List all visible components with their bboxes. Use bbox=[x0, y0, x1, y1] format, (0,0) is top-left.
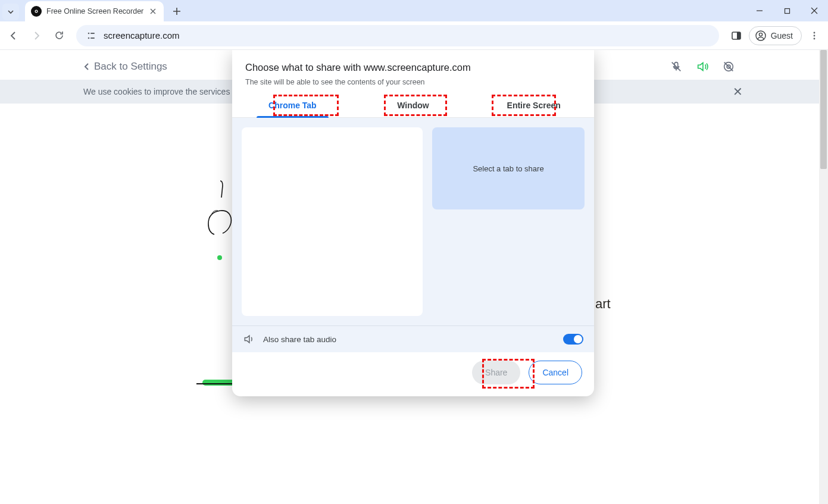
browser-tab[interactable]: Free Online Screen Recorder bbox=[25, 1, 164, 21]
cookie-close-button[interactable]: ✕ bbox=[730, 84, 745, 99]
share-button-label: Share bbox=[485, 368, 507, 377]
share-button[interactable]: Share bbox=[472, 361, 520, 384]
svg-point-2 bbox=[36, 11, 38, 12]
share-audio-label: Also share tab audio bbox=[263, 335, 336, 344]
sound-on-icon[interactable] bbox=[695, 60, 710, 74]
dialog-actions: Share Cancel bbox=[232, 352, 594, 387]
svg-rect-6 bbox=[90, 33, 95, 34]
svg-point-14 bbox=[814, 37, 815, 39]
nav-reload-button[interactable] bbox=[49, 26, 69, 46]
preview-placeholder: Select a tab to share bbox=[432, 127, 585, 209]
nav-back-button[interactable] bbox=[4, 26, 24, 46]
browser-toolbar: screencapture.com Guest bbox=[0, 21, 828, 50]
preview-hint-text: Select a tab to share bbox=[473, 164, 543, 173]
cancel-button[interactable]: Cancel bbox=[529, 361, 582, 384]
window-maximize-button[interactable] bbox=[773, 0, 801, 21]
svg-point-13 bbox=[814, 35, 815, 36]
dialog-subtitle: The site will be able to see the content… bbox=[232, 78, 594, 95]
svg-point-4 bbox=[88, 32, 90, 34]
back-link-label: Back to Settings bbox=[94, 61, 167, 73]
address-bar[interactable]: screencapture.com bbox=[76, 25, 719, 46]
tab-title: Free Online Screen Recorder bbox=[46, 7, 143, 15]
back-to-settings-link[interactable]: Back to Settings bbox=[83, 61, 167, 73]
svg-rect-7 bbox=[90, 37, 95, 39]
volume-icon bbox=[243, 333, 255, 345]
profile-guest-button[interactable]: Guest bbox=[749, 26, 802, 45]
share-source-tabs: Chrome Tab Window Entire Screen bbox=[232, 95, 594, 118]
share-audio-toggle[interactable] bbox=[563, 334, 583, 345]
window-controls bbox=[746, 0, 828, 21]
browser-menu-button[interactable] bbox=[804, 26, 824, 46]
window-close-button[interactable] bbox=[801, 0, 828, 21]
svg-point-12 bbox=[814, 32, 815, 33]
browser-titlebar: Free Online Screen Recorder bbox=[0, 0, 828, 21]
tab-favicon bbox=[31, 6, 42, 17]
scrollbar-thumb[interactable] bbox=[820, 50, 827, 169]
tab-window-label: Window bbox=[397, 101, 429, 110]
guest-label: Guest bbox=[771, 31, 793, 40]
svg-point-5 bbox=[88, 37, 90, 39]
tab-entire-screen[interactable]: Entire Screen bbox=[473, 95, 594, 117]
url-text[interactable]: screencapture.com bbox=[104, 30, 711, 40]
svg-rect-9 bbox=[737, 32, 740, 39]
new-tab-button[interactable] bbox=[168, 3, 185, 20]
page-viewport: Back to Settings We use cookies to impro… bbox=[0, 50, 828, 504]
svg-point-11 bbox=[759, 33, 762, 36]
share-tab-audio-row: Also share tab audio bbox=[232, 326, 594, 352]
tab-search-button[interactable] bbox=[2, 4, 19, 20]
user-icon bbox=[755, 30, 766, 41]
screen-share-dialog: Choose what to share with www.screencapt… bbox=[232, 50, 594, 396]
chevron-left-icon bbox=[83, 62, 90, 71]
tab-chrome-tab[interactable]: Chrome Tab bbox=[232, 95, 353, 117]
cancel-button-label: Cancel bbox=[542, 368, 568, 377]
preview-panel: Select a tab to share bbox=[432, 127, 585, 316]
site-info-icon[interactable] bbox=[85, 29, 98, 42]
nav-forward-button[interactable] bbox=[26, 26, 46, 46]
partial-background-text: art bbox=[595, 296, 611, 312]
tab-chrome-tab-label: Chrome Tab bbox=[268, 101, 317, 110]
dialog-title: Choose what to share with www.screencapt… bbox=[232, 50, 594, 78]
window-minimize-button[interactable] bbox=[746, 0, 773, 21]
svg-rect-3 bbox=[785, 8, 789, 13]
tab-close-icon[interactable] bbox=[148, 7, 158, 16]
mic-off-icon[interactable] bbox=[669, 60, 683, 74]
vertical-scrollbar[interactable] bbox=[819, 50, 828, 504]
camera-off-icon[interactable] bbox=[721, 60, 736, 74]
tab-window[interactable]: Window bbox=[353, 95, 474, 117]
side-panel-button[interactable] bbox=[726, 26, 746, 46]
decorative-dot bbox=[217, 255, 222, 260]
share-body: Select a tab to share bbox=[232, 118, 594, 326]
recording-options bbox=[669, 60, 745, 74]
tab-entire-screen-label: Entire Screen bbox=[507, 101, 561, 110]
tab-list-panel[interactable] bbox=[242, 127, 423, 316]
